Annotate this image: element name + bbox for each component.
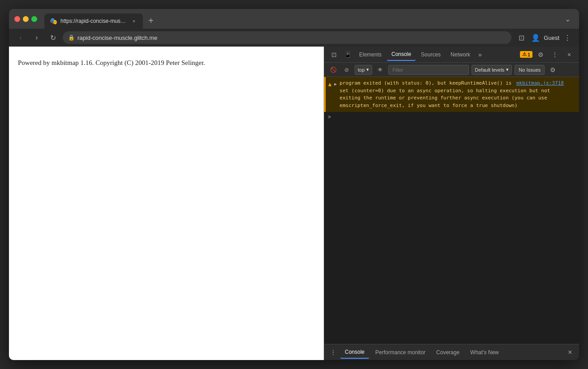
warning-line2: set (counter=0) due to an async operatio… <box>339 88 550 94</box>
profile-label: Guest <box>544 34 559 41</box>
tab-bar: 🎭 https://rapid-concise-muscle.g... × + <box>44 9 558 29</box>
bottom-more-button[interactable]: ⋮ <box>328 347 339 358</box>
devtools-settings-button[interactable]: ⚙ <box>534 48 547 61</box>
profile-button[interactable]: 👤 <box>529 31 542 44</box>
warning-expand-icon[interactable]: ▶ <box>334 81 337 87</box>
tab-network[interactable]: Network <box>446 48 475 61</box>
reload-button[interactable]: ↻ <box>47 31 59 44</box>
no-issues-button[interactable]: No Issues <box>515 65 545 75</box>
warning-triangle-icon: ⚠ <box>522 51 527 57</box>
tab-title: https://rapid-concise-muscle.g... <box>60 18 127 24</box>
devtools-inspect-button[interactable]: ⊡ <box>328 48 340 61</box>
title-bar: 🎭 https://rapid-concise-muscle.g... × + … <box>9 9 579 29</box>
devtools-more-tabs-button[interactable]: » <box>476 49 485 60</box>
address-bar: ‹ › ↻ 🔒 rapid-concise-muscle.glitch.me ⊡… <box>9 29 579 47</box>
warning-badge[interactable]: ⚠ 1 <box>520 51 532 58</box>
forward-button[interactable]: › <box>30 31 43 44</box>
devtools-right-icons: ⚠ 1 ⚙ ⋮ × <box>520 48 575 61</box>
tab-favicon: 🎭 <box>50 17 57 25</box>
context-arrow-icon: ▾ <box>366 67 369 73</box>
page-content: Powered by mkbitmap 1.16. Copyright (C) … <box>9 47 324 360</box>
console-settings-button[interactable]: ⚙ <box>547 64 558 75</box>
address-input-container[interactable]: 🔒 rapid-concise-muscle.glitch.me <box>63 31 511 44</box>
browser-window: 🎭 https://rapid-concise-muscle.g... × + … <box>9 9 579 360</box>
bottom-tab-console[interactable]: Console <box>340 346 369 359</box>
devtools-more-options-button[interactable]: ⋮ <box>549 48 561 61</box>
warning-line4: emscripten_force_exit, if you want to fo… <box>339 103 517 108</box>
warning-line3: exiting the runtime or preventing furthe… <box>339 95 547 101</box>
tab-close-button[interactable]: × <box>130 17 137 25</box>
devtools-close-button[interactable]: × <box>563 48 575 61</box>
address-right-buttons: ⊡ 👤 Guest ⋮ <box>515 31 574 44</box>
page-text: Powered by mkbitmap 1.16. Copyright (C) … <box>18 59 315 67</box>
console-toolbar: 🚫 ⊘ top ▾ 👁 Default levels ▾ No Issues ⚙ <box>324 63 579 77</box>
prompt-arrow-icon: > <box>328 114 331 120</box>
devtools-device-button[interactable]: 📱 <box>341 48 354 61</box>
warning-text: program exited (with status: 0), but kee… <box>339 80 575 109</box>
console-filter-toggle[interactable]: ⊘ <box>341 64 352 75</box>
console-clear-button[interactable]: 🚫 <box>328 64 339 75</box>
context-selector[interactable]: top ▾ <box>355 65 372 75</box>
browser-menu-button[interactable]: ⋮ <box>561 31 574 44</box>
new-tab-button[interactable]: + <box>145 14 157 27</box>
log-levels-selector[interactable]: Default levels ▾ <box>472 65 512 75</box>
back-button[interactable]: ‹ <box>14 31 27 44</box>
bottom-tab-whats-new[interactable]: What's New <box>466 346 503 359</box>
browser-tab[interactable]: 🎭 https://rapid-concise-muscle.g... × <box>44 13 143 29</box>
close-window-button[interactable] <box>14 16 20 22</box>
console-warning-message: ▲ ▶ program exited (with status: 0), but… <box>324 77 579 112</box>
log-levels-arrow-icon: ▾ <box>506 67 509 73</box>
bottom-close-button[interactable]: × <box>565 347 575 358</box>
no-issues-label: No Issues <box>519 67 541 73</box>
devtools-open-button[interactable]: ⊡ <box>515 31 528 44</box>
devtools-bottom-bar: ⋮ Console Performance monitor Coverage W… <box>324 344 579 360</box>
lock-icon: 🔒 <box>68 34 75 41</box>
context-label: top <box>358 67 365 73</box>
console-output: ▲ ▶ program exited (with status: 0), but… <box>324 77 579 344</box>
warning-line1: program exited (with status: 0), but kee… <box>339 80 511 86</box>
warning-count: 1 <box>528 52 530 57</box>
address-text: rapid-concise-muscle.glitch.me <box>77 34 506 41</box>
window-controls <box>14 16 37 22</box>
tab-sources[interactable]: Sources <box>416 48 445 61</box>
tab-elements[interactable]: Elements <box>355 48 386 61</box>
console-prompt-line[interactable]: > <box>324 112 579 122</box>
warning-file-link[interactable]: mkbitmap.js:3718 <box>516 80 564 86</box>
console-eye-button[interactable]: 👁 <box>375 64 386 75</box>
tab-strip-chevron[interactable]: ⌄ <box>561 13 574 25</box>
content-area: Powered by mkbitmap 1.16. Copyright (C) … <box>9 47 579 360</box>
bottom-tab-coverage[interactable]: Coverage <box>432 346 464 359</box>
title-bar-right: ⌄ <box>561 13 574 25</box>
tab-console[interactable]: Console <box>387 48 416 61</box>
minimize-window-button[interactable] <box>23 16 29 22</box>
devtools-tab-bar: ⊡ 📱 Elements Console Sources Network » <box>324 47 579 63</box>
bottom-tab-performance-monitor[interactable]: Performance monitor <box>371 346 430 359</box>
warning-triangle-icon: ▲ <box>328 80 331 88</box>
devtools-panel: ⊡ 📱 Elements Console Sources Network » <box>324 47 579 360</box>
console-filter-input[interactable] <box>388 65 469 75</box>
maximize-window-button[interactable] <box>31 16 37 22</box>
log-levels-label: Default levels <box>475 67 504 73</box>
